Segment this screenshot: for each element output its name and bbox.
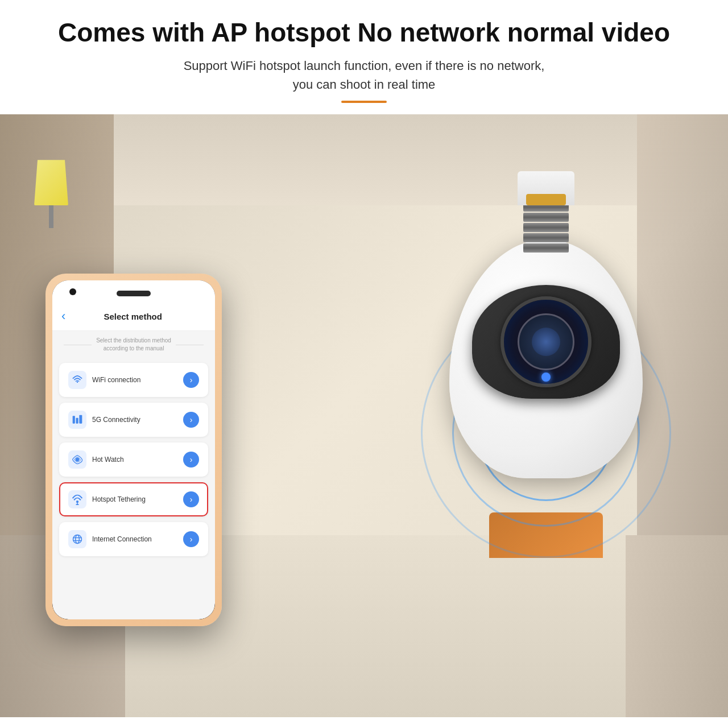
hotwatch-arrow[interactable]: ›	[183, 452, 199, 468]
scene: ‹ Select method Select the distribution …	[0, 114, 728, 717]
hotwatch-icon	[72, 454, 83, 465]
bulb-screw	[523, 202, 569, 259]
menu-item-wifi[interactable]: WiFi connection ›	[59, 363, 208, 397]
wifi-icon-container	[68, 371, 86, 389]
hotspot-label: Hotspot Tethering	[92, 495, 183, 503]
phone-speaker	[117, 291, 151, 296]
wifi-label: WiFi connection	[92, 376, 183, 384]
page-header: Comes with AP hotspot No network normal …	[0, 0, 728, 114]
menu-item-internet[interactable]: Internet Connection ›	[59, 522, 208, 556]
subtitle-line-left	[64, 345, 92, 345]
camera-lens-container	[466, 285, 626, 444]
svg-rect-2	[79, 415, 82, 424]
menu-item-hotspot[interactable]: Hotspot Tethering ›	[59, 482, 208, 516]
5g-label: 5G Connectivity	[92, 416, 183, 424]
wifi-arrow[interactable]: ›	[183, 372, 199, 388]
svg-point-3	[76, 458, 80, 462]
internet-icon	[72, 533, 83, 545]
subtitle-line-right	[176, 345, 204, 345]
camera-led	[541, 373, 551, 382]
back-button[interactable]: ‹	[61, 309, 65, 324]
menu-item-5g[interactable]: 5G Connectivity ›	[59, 403, 208, 437]
app-title: Select method	[71, 312, 195, 321]
svg-point-8	[76, 535, 80, 544]
svg-point-7	[73, 535, 82, 544]
svg-point-4	[76, 500, 78, 503]
5g-icon	[72, 414, 83, 425]
room-lamp	[34, 160, 68, 228]
internet-label: Internet Connection	[92, 535, 183, 543]
accent-divider	[341, 101, 387, 103]
camera-pan-base	[472, 285, 620, 399]
menu-item-hotwatch[interactable]: Hot Watch ›	[59, 442, 208, 477]
hotspot-arrow[interactable]: ›	[183, 491, 199, 507]
internet-arrow[interactable]: ›	[183, 531, 199, 547]
menu-list: WiFi connection › 5G Connectivity	[52, 358, 215, 566]
svg-rect-0	[73, 416, 75, 424]
camera-lens-core	[532, 328, 560, 356]
phone-inner: ‹ Select method Select the distribution …	[52, 280, 215, 619]
camera-lens-inner	[518, 313, 574, 370]
bulb-socket	[518, 171, 574, 205]
hotwatch-label: Hot Watch	[92, 456, 183, 464]
phone-screen: ‹ Select method Select the distribution …	[52, 280, 215, 619]
hotspot-icon-container	[68, 490, 86, 508]
hotspot-icon	[72, 494, 83, 505]
hotwatch-icon-container	[68, 450, 86, 469]
subtitle-text: Select the distribution methodaccording …	[96, 337, 171, 353]
wifi-icon	[72, 374, 83, 386]
internet-icon-container	[68, 530, 86, 548]
app-subtitle: Select the distribution methodaccording …	[52, 331, 215, 358]
5g-icon-container	[68, 411, 86, 429]
phone: ‹ Select method Select the distribution …	[46, 274, 222, 626]
app-header: ‹ Select method	[52, 280, 215, 331]
page-title: Comes with AP hotspot No network normal …	[34, 17, 694, 48]
camera-device	[410, 171, 682, 615]
5g-arrow[interactable]: ›	[183, 412, 199, 428]
page-subtitle: Support WiFi hotspot launch function, ev…	[34, 56, 694, 94]
svg-rect-1	[76, 418, 78, 424]
